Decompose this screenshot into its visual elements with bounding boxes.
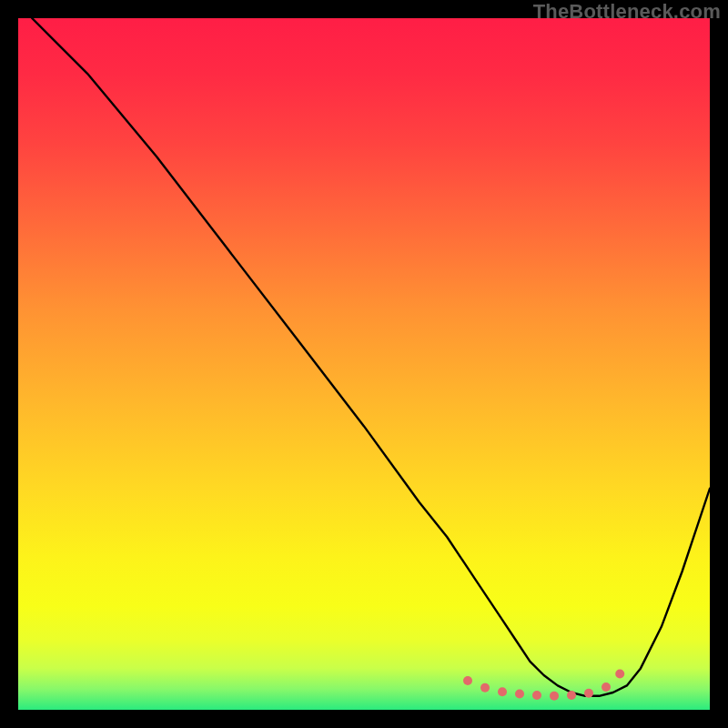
plot-area (18, 18, 710, 710)
highlight-dot (463, 676, 472, 685)
highlight-dot (550, 692, 559, 701)
highlight-dot (602, 682, 611, 692)
bottleneck-curve (32, 18, 710, 696)
highlight-dot (532, 691, 541, 700)
highlight-dot (584, 689, 593, 698)
highlight-dot (567, 691, 576, 700)
highlight-dot (515, 690, 524, 699)
chart-frame: TheBottleneck.com (0, 0, 728, 728)
highlight-dot (615, 669, 624, 678)
highlight-dot (480, 683, 490, 693)
curve-layer (18, 18, 710, 710)
highlight-dot (498, 687, 507, 696)
